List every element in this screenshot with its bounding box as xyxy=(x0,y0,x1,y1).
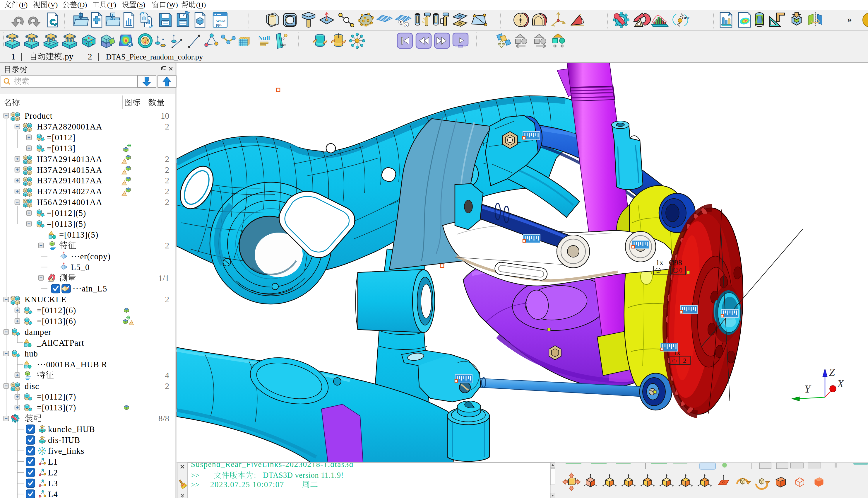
svg-text:8/8: 8/8 xyxy=(158,414,169,423)
svg-text:0: 0 xyxy=(679,266,682,274)
svg-text:>>: >> xyxy=(191,471,199,480)
svg-text:=[0113](6): =[0113](6) xyxy=(37,317,76,326)
svg-text:KNUCKLE: KNUCKLE xyxy=(25,295,66,304)
svg-text:2: 2 xyxy=(165,165,169,174)
svg-text:2: 2 xyxy=(165,154,169,164)
svg-text:V: V xyxy=(405,23,407,26)
svg-text:2: 2 xyxy=(165,197,169,207)
svg-text:L4: L4 xyxy=(48,490,58,498)
svg-text:2: 2 xyxy=(165,295,169,304)
svg-text:(H): (H) xyxy=(196,1,206,9)
svg-text:DTAS_Piece_random_color.py: DTAS_Piece_random_color.py xyxy=(106,52,203,61)
svg-text:2: 2 xyxy=(165,241,169,250)
svg-text:10: 10 xyxy=(161,111,169,120)
svg-text:H37A2914027AA: H37A2914027AA xyxy=(37,187,103,196)
svg-text:.py: .py xyxy=(63,52,73,61)
svg-text:kuncle_HUB: kuncle_HUB xyxy=(48,425,95,434)
svg-text:=[0113]: =[0113] xyxy=(47,144,76,153)
svg-text:(W): (W) xyxy=(166,1,178,9)
svg-text:H37A2914013AA: H37A2914013AA xyxy=(37,155,103,164)
svg-text:(T): (T) xyxy=(107,1,116,9)
svg-text:···er(copy): ···er(copy) xyxy=(71,252,111,261)
svg-text:=[0113](5): =[0113](5) xyxy=(59,230,98,240)
svg-text:(V): (V) xyxy=(48,1,58,9)
svg-text:=[0112]: =[0112] xyxy=(47,133,76,142)
svg-text:H37A2914015AA: H37A2914015AA xyxy=(37,166,103,174)
svg-text:1/1: 1/1 xyxy=(158,273,169,283)
svg-text:_AllCATPart: _AllCATPart xyxy=(37,338,84,348)
svg-text:···0001BA_HUB R: ···0001BA_HUB R xyxy=(37,360,107,369)
svg-text:damper: damper xyxy=(25,328,51,337)
svg-text:=[0112](7): =[0112](7) xyxy=(37,392,76,402)
svg-text:Product: Product xyxy=(25,111,53,120)
svg-text:=[0113](7): =[0113](7) xyxy=(37,403,76,412)
svg-text:4: 4 xyxy=(165,370,169,380)
svg-text:2: 2 xyxy=(165,122,169,131)
svg-text:(D): (D) xyxy=(77,1,87,9)
svg-text:H37A2820001AA: H37A2820001AA xyxy=(37,122,103,131)
svg-text:=[0113](5): =[0113](5) xyxy=(47,219,86,229)
svg-text:H37A2914017AA: H37A2914017AA xyxy=(37,176,103,185)
svg-text:H56A2914001AA: H56A2914001AA xyxy=(37,198,103,207)
svg-text:···ain_L5: ···ain_L5 xyxy=(72,284,107,293)
svg-text:=[0112](5): =[0112](5) xyxy=(47,209,86,218)
svg-text:Ø98: Ø98 xyxy=(669,258,682,267)
svg-text:OPT: OPT xyxy=(682,16,689,20)
svg-text:(F): (F) xyxy=(19,1,28,9)
svg-text:L3: L3 xyxy=(48,479,58,488)
svg-text:L1: L1 xyxy=(48,457,58,467)
svg-text:1: 1 xyxy=(11,52,15,61)
svg-text:2: 2 xyxy=(165,187,169,196)
svg-text:2: 2 xyxy=(165,176,169,185)
svg-text:>>: >> xyxy=(191,481,199,489)
svg-text:X: X xyxy=(837,378,844,390)
svg-text:DTAS3D version 11.1.9!: DTAS3D version 11.1.9! xyxy=(263,471,344,480)
svg-text:Null: Null xyxy=(258,34,270,42)
svg-text:five_links: five_links xyxy=(48,446,84,456)
svg-text:VS: VS xyxy=(728,13,732,17)
svg-text:=[0112](6): =[0112](6) xyxy=(37,306,76,315)
svg-text:1x: 1x xyxy=(656,258,663,267)
svg-text:»: » xyxy=(847,14,852,24)
svg-text:2: 2 xyxy=(683,357,687,364)
svg-text:dis-HUB: dis-HUB xyxy=(48,436,80,445)
svg-text:2: 2 xyxy=(88,52,92,61)
svg-text:disc: disc xyxy=(25,382,39,391)
svg-text:Z: Z xyxy=(829,366,835,378)
svg-text:hub: hub xyxy=(25,349,38,358)
svg-text:(S): (S) xyxy=(137,1,145,9)
svg-text:ppt: ppt xyxy=(216,22,221,27)
svg-text:L5_0: L5_0 xyxy=(71,263,90,272)
svg-text:2: 2 xyxy=(165,381,169,391)
svg-text:L2: L2 xyxy=(48,468,58,477)
svg-text:2023.07.25 10:07:07: 2023.07.25 10:07:07 xyxy=(210,480,284,489)
svg-text:U: U xyxy=(400,21,402,24)
